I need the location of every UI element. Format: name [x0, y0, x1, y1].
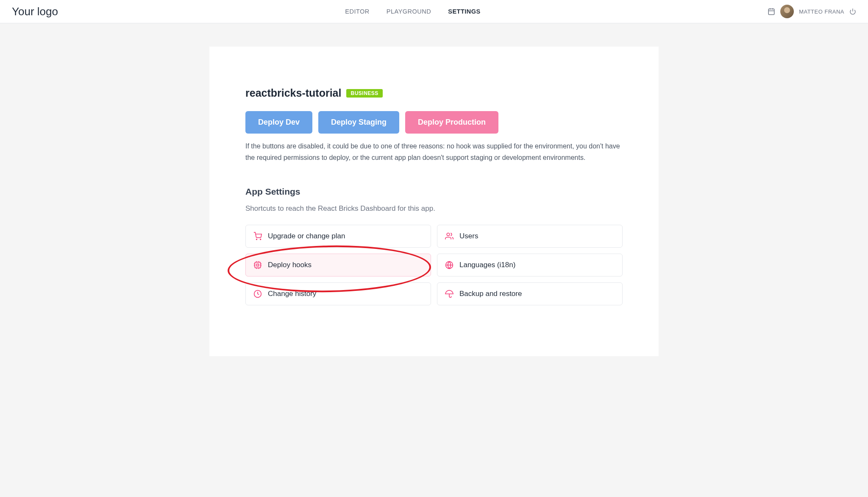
- deploy-production-button[interactable]: Deploy Production: [405, 111, 498, 134]
- setting-upgrade-plan[interactable]: Upgrade or change plan: [245, 225, 431, 248]
- plan-badge: BUSINESS: [346, 89, 382, 98]
- setting-label: Deploy hooks: [268, 261, 312, 269]
- setting-label: Upgrade or change plan: [268, 232, 345, 240]
- title-row: reactbricks-tutorial BUSINESS: [245, 87, 623, 99]
- nav-settings[interactable]: SETTINGS: [448, 8, 481, 15]
- header: Your logo EDITOR PLAYGROUND SETTINGS MAT…: [0, 0, 868, 23]
- clock-icon: [253, 290, 262, 298]
- svg-rect-8: [255, 262, 260, 268]
- nav-editor[interactable]: EDITOR: [345, 8, 370, 15]
- app-settings-title: App Settings: [245, 187, 623, 197]
- power-icon[interactable]: [849, 8, 856, 15]
- setting-label: Change history: [268, 290, 316, 298]
- deploy-dev-button[interactable]: Deploy Dev: [245, 111, 312, 134]
- setting-deploy-hooks[interactable]: Deploy hooks: [245, 254, 431, 276]
- svg-point-7: [447, 233, 450, 236]
- users-icon: [445, 232, 453, 240]
- calendar-icon[interactable]: [768, 8, 775, 15]
- cart-icon: [253, 232, 262, 240]
- main-nav: EDITOR PLAYGROUND SETTINGS: [58, 8, 768, 15]
- page-title: reactbricks-tutorial: [245, 87, 341, 99]
- svg-rect-9: [257, 264, 259, 266]
- settings-container: reactbricks-tutorial BUSINESS Deploy Dev…: [209, 47, 659, 356]
- globe-icon: [445, 261, 453, 269]
- setting-label: Languages (i18n): [459, 261, 515, 269]
- setting-backup-restore[interactable]: Backup and restore: [437, 282, 623, 305]
- cpu-icon: [253, 261, 262, 269]
- umbrella-icon: [445, 290, 453, 298]
- avatar[interactable]: [780, 5, 794, 18]
- svg-point-5: [256, 239, 257, 240]
- svg-rect-0: [768, 9, 774, 15]
- setting-change-history[interactable]: Change history: [245, 282, 431, 305]
- logo: Your logo: [12, 5, 58, 18]
- deploy-staging-button[interactable]: Deploy Staging: [318, 111, 399, 134]
- nav-playground[interactable]: PLAYGROUND: [387, 8, 431, 15]
- user-name: MATTEO FRANA: [799, 8, 844, 15]
- deploy-info-text: If the buttons are disabled, it could be…: [245, 140, 623, 163]
- setting-label: Backup and restore: [459, 290, 522, 298]
- setting-label: Users: [459, 232, 478, 240]
- setting-users[interactable]: Users: [437, 225, 623, 248]
- settings-grid: Upgrade or change plan Users: [245, 225, 623, 305]
- svg-point-6: [260, 239, 261, 240]
- app-settings-subtitle: Shortcuts to reach the React Bricks Dash…: [245, 204, 623, 213]
- setting-languages[interactable]: Languages (i18n): [437, 254, 623, 276]
- user-area: MATTEO FRANA: [768, 5, 856, 18]
- deploy-buttons: Deploy Dev Deploy Staging Deploy Product…: [245, 111, 623, 134]
